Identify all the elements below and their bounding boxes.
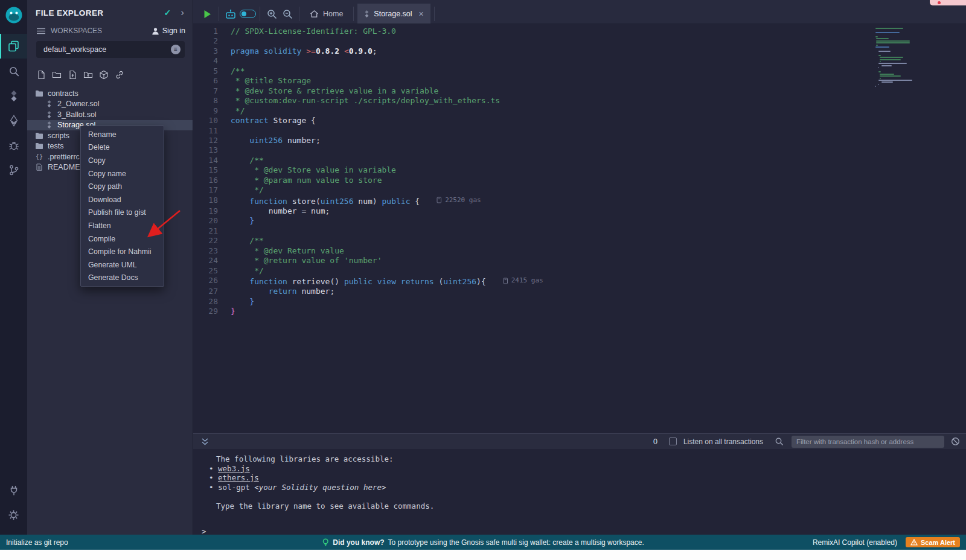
file-icon <box>45 100 53 107</box>
code-line-11[interactable]: 11 <box>193 126 543 136</box>
code-line-3[interactable]: 3pragma solidity >=0.8.2 <0.9.0; <box>193 46 543 56</box>
code-line-20[interactable]: 20 } <box>193 216 543 226</box>
context-menu-item-rename[interactable]: Rename <box>81 128 164 141</box>
transaction-filter-input[interactable] <box>792 436 944 448</box>
code-line-7[interactable]: 7 * @dev Store & retrieve value in a var… <box>193 86 543 96</box>
context-menu-item-copy-name[interactable]: Copy name <box>81 167 164 180</box>
scam-alert-button[interactable]: Scam Alert <box>906 537 960 547</box>
publish-ipfs-icon[interactable] <box>99 70 109 80</box>
code-lines[interactable]: 1// SPDX-License-Identifier: GPL-3.02 3p… <box>193 27 543 317</box>
remix-logo-icon[interactable] <box>4 5 24 25</box>
folder-icon <box>35 142 43 150</box>
code-line-29[interactable]: 29} <box>193 307 543 316</box>
run-script-button[interactable] <box>199 10 215 19</box>
terminal-expand-icon[interactable] <box>201 438 209 446</box>
context-menu-item-compile[interactable]: Compile <box>81 232 164 246</box>
line-number: 23 <box>193 246 231 256</box>
minimap[interactable] <box>875 28 913 88</box>
context-menu-item-generate-uml[interactable]: Generate UML <box>81 258 164 272</box>
code-line-21[interactable]: 21 <box>193 226 543 236</box>
code-line-18[interactable]: 18 function store(uint256 num) public {2… <box>193 196 543 206</box>
code-line-15[interactable]: 15 * @dev Store value in variable <box>193 165 543 175</box>
code-line-27[interactable]: 27 return number; <box>193 287 543 296</box>
file-icon <box>35 164 43 171</box>
git-icon[interactable] <box>0 158 27 182</box>
search-icon[interactable] <box>0 59 27 83</box>
listen-transactions-checkbox[interactable] <box>669 438 677 445</box>
sign-in-button[interactable]: Sign in <box>152 27 185 35</box>
line-number: 6 <box>193 76 231 86</box>
context-menu-item-publish-file-to-gist[interactable]: Publish file to gist <box>81 206 164 220</box>
context-menu-item-compile-for-nahmii[interactable]: Compile for Nahmii <box>81 245 164 258</box>
code-line-5[interactable]: 5/** <box>193 66 543 76</box>
workspaces-label: WORKSPACES <box>51 27 102 35</box>
new-folder-icon[interactable] <box>52 70 62 80</box>
code-line-6[interactable]: 6 * @title Storage <box>193 76 543 86</box>
solidity-compiler-icon[interactable] <box>0 83 27 108</box>
folder-contracts[interactable]: contracts <box>27 88 193 99</box>
terminal[interactable]: The following libraries are accessible:•… <box>193 449 966 535</box>
code-line-9[interactable]: 9 */ <box>193 106 543 116</box>
context-menu-item-flatten[interactable]: Flatten <box>81 219 164 232</box>
clear-console-icon[interactable] <box>951 437 960 446</box>
upload-file-icon[interactable] <box>68 70 77 80</box>
file-2-owner-sol[interactable]: 2_Owner.sol <box>27 99 193 110</box>
code-line-17[interactable]: 17 */ <box>193 185 543 195</box>
link-remixd-icon[interactable] <box>115 70 124 80</box>
deploy-run-icon[interactable] <box>0 108 27 133</box>
context-menu-item-download[interactable]: Download <box>81 193 164 206</box>
code-line-14[interactable]: 14 /** <box>193 156 543 165</box>
ai-copilot-toggle[interactable] <box>240 10 256 18</box>
close-tab-icon[interactable]: × <box>419 10 424 18</box>
code-line-22[interactable]: 22 /** <box>193 236 543 246</box>
search-transactions-icon[interactable] <box>775 437 784 446</box>
tree-label: tests <box>48 142 63 150</box>
line-number: 9 <box>193 106 231 116</box>
separator <box>353 7 354 21</box>
code-line-10[interactable]: 10contract Storage { <box>193 116 543 126</box>
git-init-button[interactable]: Initialize as git repo <box>6 538 68 547</box>
context-menu-item-generate-docs[interactable]: Generate Docs <box>81 272 164 285</box>
editor-tabbar: Home Storage.sol × <box>193 0 966 24</box>
code-line-2[interactable]: 2 <box>193 36 543 46</box>
code-line-4[interactable]: 4 <box>193 56 543 66</box>
tab-storage-sol[interactable]: Storage.sol × <box>357 4 430 24</box>
code-line-26[interactable]: 26 function retrieve() public view retur… <box>193 276 543 287</box>
code-line-8[interactable]: 8 * @custom:dev-run-script ./scripts/dep… <box>193 96 543 106</box>
upload-folder-icon[interactable] <box>83 70 93 80</box>
code-line-23[interactable]: 23 * @dev Return value <box>193 246 543 256</box>
code-line-13[interactable]: 13 <box>193 145 543 155</box>
workspace-select[interactable]: default_workspace ≡ <box>36 41 185 58</box>
terminal-link-ethers-js[interactable]: ethers.js <box>218 473 259 482</box>
hamburger-menu-icon[interactable] <box>37 28 45 34</box>
tree-label: contracts <box>48 89 78 98</box>
code-line-28[interactable]: 28 } <box>193 297 543 307</box>
line-number: 22 <box>193 236 231 246</box>
new-file-icon[interactable] <box>36 70 46 80</box>
code-line-12[interactable]: 12 uint256 number; <box>193 136 543 145</box>
workspace-options-icon[interactable]: ≡ <box>171 45 181 54</box>
file-3-ballot-sol[interactable]: 3_Ballot.sol <box>27 109 193 120</box>
context-menu-item-delete[interactable]: Delete <box>81 141 164 154</box>
record-dot <box>938 1 941 4</box>
check-icon[interactable]: ✓ <box>164 8 171 18</box>
context-menu-item-copy-path[interactable]: Copy path <box>81 180 164 193</box>
line-number: 24 <box>193 256 231 266</box>
zoom-out-icon[interactable] <box>280 8 295 19</box>
icon-rail <box>0 0 27 535</box>
file-explorer-icon[interactable] <box>0 34 27 59</box>
tab-home[interactable]: Home <box>303 4 350 24</box>
settings-icon[interactable] <box>0 503 27 527</box>
code-line-24[interactable]: 24 * @return value of 'number' <box>193 256 543 266</box>
code-line-25[interactable]: 25 */ <box>193 266 543 276</box>
plugin-manager-icon[interactable] <box>0 478 27 503</box>
zoom-in-icon[interactable] <box>264 8 280 19</box>
chevron-right-icon[interactable]: › <box>181 10 184 16</box>
code-line-1[interactable]: 1// SPDX-License-Identifier: GPL-3.0 <box>193 27 543 36</box>
ai-assistant-icon[interactable] <box>223 9 238 19</box>
context-menu-item-copy[interactable]: Copy <box>81 154 164 167</box>
debugger-icon[interactable] <box>0 133 27 158</box>
terminal-link-web3-js[interactable]: web3.js <box>218 464 250 473</box>
code-line-19[interactable]: 19 number = num; <box>193 206 543 216</box>
code-line-16[interactable]: 16 * @param num value to store <box>193 176 543 185</box>
